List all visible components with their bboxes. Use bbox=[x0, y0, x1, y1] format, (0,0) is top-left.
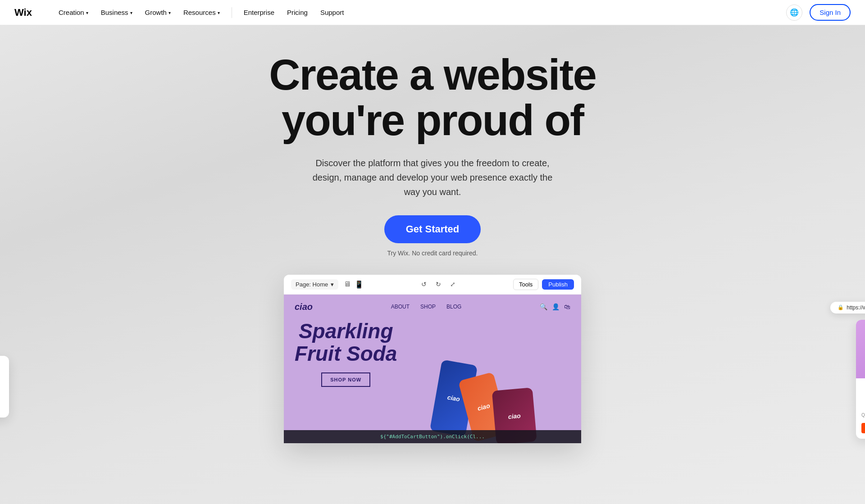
undo-button[interactable]: ↺ bbox=[418, 278, 430, 290]
ciao-nav-blog: BLOG bbox=[446, 304, 461, 310]
editor-toolbar-center: ↺ ↻ ⤢ bbox=[418, 278, 459, 290]
sales-card: Sales $212K ▲ bbox=[0, 356, 9, 418]
hero-subtitle: Discover the platform that gives you the… bbox=[306, 156, 559, 199]
device-icons: 🖥 📱 bbox=[344, 280, 364, 289]
cart-icon: 🛍 bbox=[564, 303, 570, 310]
creation-chevron-icon: ▾ bbox=[86, 10, 88, 15]
add-to-cart-button[interactable]: Add to Cart bbox=[861, 423, 865, 433]
tools-button[interactable]: Tools bbox=[513, 279, 538, 290]
ciao-hero-title: Sparkling Fruit Soda bbox=[295, 320, 397, 365]
navbar-left: Wix Creation ▾ Business ▾ Growth ▾ Resou… bbox=[14, 6, 348, 19]
nav-item-pricing[interactable]: Pricing bbox=[282, 6, 312, 19]
redo-button[interactable]: ↻ bbox=[432, 278, 444, 290]
nav-item-enterprise[interactable]: Enterprise bbox=[239, 6, 279, 19]
product-image: ciao bbox=[856, 320, 865, 378]
mobile-icon[interactable]: 📱 bbox=[355, 280, 364, 289]
resources-label: Resources bbox=[183, 9, 216, 16]
nav-item-business[interactable]: Business ▾ bbox=[96, 6, 137, 19]
ciao-logo: ciao bbox=[295, 302, 313, 312]
editor-toolbar-left: Page: Home ▾ 🖥 📱 bbox=[291, 279, 364, 290]
product-price: $5.99 bbox=[861, 400, 865, 408]
hero-title: Create a website you're proud of bbox=[269, 52, 596, 143]
try-wix-text: Try Wix. No credit card required. bbox=[387, 250, 478, 257]
product-name: Prebiotic Soda bbox=[861, 384, 865, 390]
globe-icon: 🌐 bbox=[790, 8, 799, 17]
lock-icon: 🔒 bbox=[838, 304, 844, 310]
ciao-nav-links: ABOUT SHOP BLOG bbox=[391, 304, 462, 310]
nav-divider bbox=[232, 7, 232, 18]
product-info: Prebiotic Soda Ginger Lemon Fresh Drink … bbox=[856, 378, 865, 439]
language-selector-button[interactable]: 🌐 bbox=[786, 5, 802, 21]
get-started-button[interactable]: Get Started bbox=[384, 215, 481, 243]
hero-content: Create a website you're proud of Discove… bbox=[0, 25, 865, 443]
ciao-icons: 🔍 👤 🛍 bbox=[540, 303, 570, 310]
svg-text:Wix: Wix bbox=[14, 8, 32, 18]
business-chevron-icon: ▾ bbox=[130, 10, 132, 15]
wix-logo[interactable]: Wix bbox=[14, 8, 40, 18]
nav-item-creation[interactable]: Creation ▾ bbox=[54, 6, 93, 19]
sign-in-button[interactable]: Sign In bbox=[810, 4, 851, 21]
code-snippet: ${"#AddToCartButton").onClick(Cl... bbox=[284, 430, 581, 443]
editor-site-content: ciao ABOUT SHOP BLOG 🔍 👤 🛍 bbox=[284, 295, 581, 443]
product-card: ciao Prebiotic Soda Ginger Lemon Fresh D… bbox=[856, 320, 865, 439]
ciao-nav-shop: SHOP bbox=[420, 304, 436, 310]
growth-label: Growth bbox=[145, 9, 167, 16]
business-label: Business bbox=[101, 9, 128, 16]
shop-now-button[interactable]: SHOP NOW bbox=[321, 372, 370, 387]
quantity-label: QUANTITY bbox=[861, 413, 865, 418]
nav-links: Creation ▾ Business ▾ Growth ▾ Resources… bbox=[54, 6, 348, 19]
editor-toolbar-right: Tools Publish bbox=[513, 279, 574, 290]
url-bar: 🔒 https://www.ciaodrinks.com bbox=[830, 302, 865, 313]
editor-window: Page: Home ▾ 🖥 📱 ↺ ↻ ⤢ To bbox=[284, 275, 581, 443]
page-selector-chevron-icon: ▾ bbox=[331, 281, 334, 288]
growth-chevron-icon: ▾ bbox=[168, 10, 171, 15]
account-icon: 👤 bbox=[552, 303, 560, 310]
page-selector[interactable]: Page: Home ▾ bbox=[291, 279, 338, 290]
product-controls: QUANTITY − 1 + bbox=[861, 411, 865, 419]
url-text: https://www.ciaodrinks.com bbox=[847, 304, 865, 311]
resources-chevron-icon: ▾ bbox=[218, 10, 220, 15]
editor-toolbar: Page: Home ▾ 🖥 📱 ↺ ↻ ⤢ To bbox=[284, 275, 581, 295]
hero-section: Create a website you're proud of Discove… bbox=[0, 0, 865, 504]
product-description: Ginger Lemon Fresh Drink bbox=[861, 391, 865, 397]
editor-preview: Sales $212K ▲ bbox=[0, 275, 865, 443]
creation-label: Creation bbox=[59, 9, 84, 16]
ciao-site-nav: ciao ABOUT SHOP BLOG 🔍 👤 🛍 bbox=[284, 295, 581, 319]
desktop-icon[interactable]: 🖥 bbox=[344, 280, 351, 288]
nav-item-support[interactable]: Support bbox=[316, 6, 349, 19]
fullscreen-button[interactable]: ⤢ bbox=[447, 278, 459, 290]
ciao-hero-text: Sparkling Fruit Soda SHOP NOW bbox=[295, 320, 397, 387]
search-icon: 🔍 bbox=[540, 303, 547, 310]
publish-button[interactable]: Publish bbox=[542, 279, 574, 290]
nav-item-growth[interactable]: Growth ▾ bbox=[141, 6, 175, 19]
nav-item-resources[interactable]: Resources ▾ bbox=[179, 6, 224, 19]
navbar: Wix Creation ▾ Business ▾ Growth ▾ Resou… bbox=[0, 0, 865, 25]
ciao-nav-about: ABOUT bbox=[391, 304, 410, 310]
navbar-right: 🌐 Sign In bbox=[786, 4, 851, 21]
